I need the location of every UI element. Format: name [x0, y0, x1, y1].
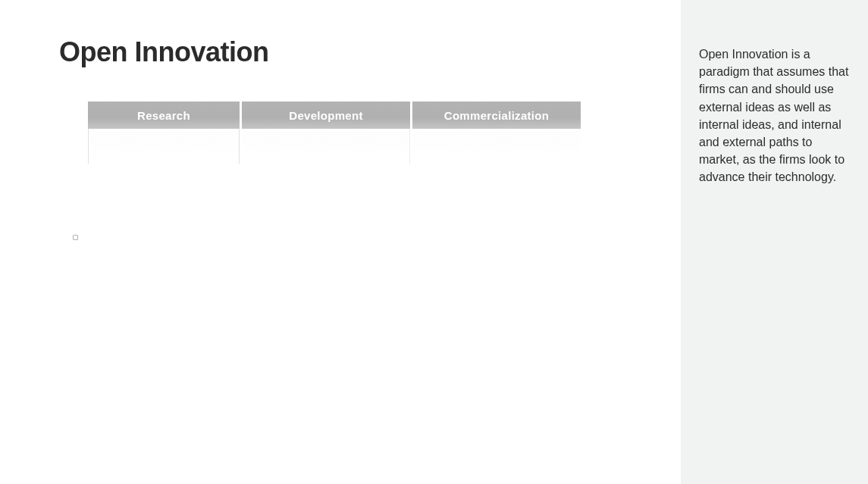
- stage-body: [88, 129, 581, 164]
- stage-column-research: [88, 129, 240, 164]
- stage-headers: Research Development Commercialization: [88, 101, 581, 129]
- slide-main-content: Open Innovation Research Development Com…: [0, 0, 681, 484]
- stage-header-commercialization: Commercialization: [412, 101, 581, 129]
- stage-header-development: Development: [242, 101, 410, 129]
- stage-column-commercialization: [412, 129, 581, 164]
- stage-header-research: Research: [88, 101, 240, 129]
- innovation-diagram: Research Development Commercialization: [88, 101, 581, 164]
- marker-icon: [73, 235, 78, 240]
- stage-column-development: [242, 129, 410, 164]
- slide-sidebar: Open Innovation is a paradigm that assum…: [681, 0, 868, 484]
- slide-title: Open Innovation: [59, 36, 269, 68]
- sidebar-description: Open Innovation is a paradigm that assum…: [699, 45, 850, 186]
